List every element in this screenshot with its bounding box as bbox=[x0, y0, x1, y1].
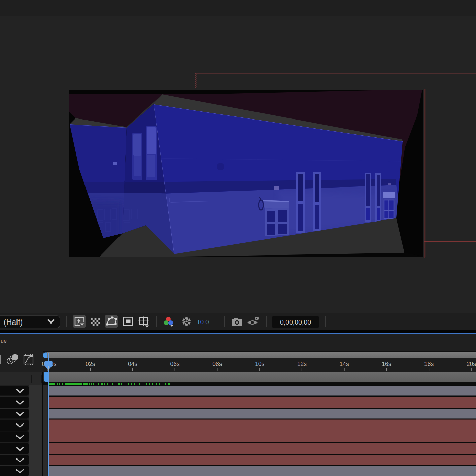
svg-text:10s: 10s bbox=[255, 361, 264, 367]
svg-text:16s: 16s bbox=[382, 361, 391, 367]
svg-text:12s: 12s bbox=[297, 361, 307, 367]
svg-text:04s: 04s bbox=[128, 361, 137, 367]
svg-text:14s: 14s bbox=[339, 361, 349, 367]
svg-text:ue: ue bbox=[1, 338, 7, 344]
svg-text:+0.0: +0.0 bbox=[197, 318, 209, 326]
svg-text:(Half): (Half) bbox=[4, 318, 23, 327]
svg-text:0;00;00;00: 0;00;00;00 bbox=[280, 318, 311, 326]
svg-text:20s: 20s bbox=[467, 361, 476, 367]
svg-text:06s: 06s bbox=[170, 361, 180, 367]
svg-text:02s: 02s bbox=[86, 361, 95, 367]
svg-text:08s: 08s bbox=[212, 361, 222, 367]
svg-text:18s: 18s bbox=[424, 361, 434, 367]
